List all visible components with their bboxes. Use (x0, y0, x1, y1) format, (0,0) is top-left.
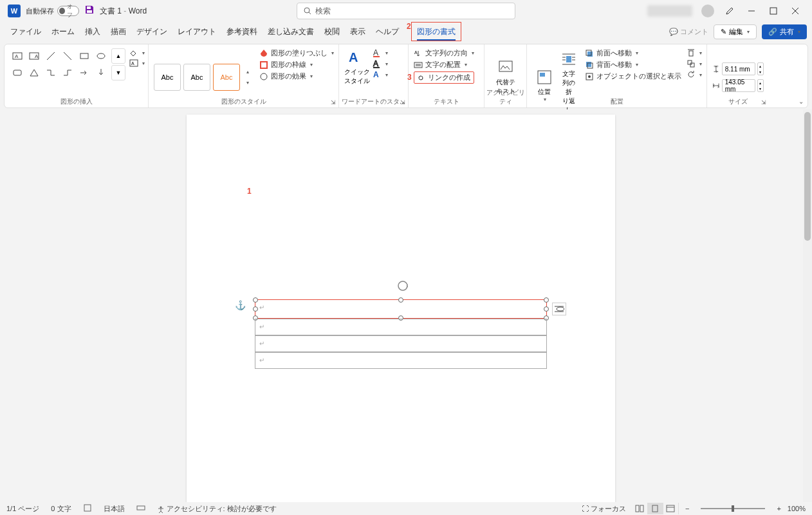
textbox-2[interactable]: ↵ (255, 319, 547, 335)
user-avatar-icon[interactable] (701, 5, 714, 17)
edit-shape-button[interactable]: ▾ (129, 48, 145, 57)
svg-rect-31 (499, 61, 512, 71)
autosave-toggle[interactable]: 自動保存 オフ (26, 6, 79, 16)
height-input[interactable]: 8.11 mm (722, 62, 755, 75)
shape-textbox-vert-icon[interactable]: A (26, 48, 42, 64)
language[interactable]: 日本語 (104, 504, 125, 514)
wordart-launcher-icon[interactable]: ⇲ (400, 99, 405, 106)
scroll-thumb[interactable] (804, 112, 811, 241)
zoom-slider[interactable] (701, 508, 765, 509)
zoom-level[interactable]: 100% (788, 505, 806, 512)
zoom-in-button[interactable]: + (777, 505, 780, 512)
search-box[interactable]: 検索 (297, 3, 515, 19)
comment-button[interactable]: 💬 コメント (669, 27, 708, 37)
word-count[interactable]: 0 文字 (51, 504, 71, 514)
tab-shape-format[interactable]: 図形の書式 (411, 22, 461, 41)
tab-view[interactable]: 表示 (345, 22, 371, 41)
svg-line-12 (47, 52, 55, 60)
close-button[interactable] (789, 5, 802, 17)
draw-textbox-button[interactable]: A▾ (129, 59, 145, 68)
svg-point-15 (97, 53, 105, 59)
selection-pane-button[interactable]: オブジェクトの選択と表示 (585, 71, 681, 81)
shape-triangle-icon[interactable] (26, 65, 42, 80)
read-mode-icon[interactable] (632, 503, 648, 514)
tab-review[interactable]: 校閲 (319, 22, 345, 41)
shapes-more-down-icon[interactable]: ▼ (111, 65, 125, 80)
style-item-2[interactable]: Abc (183, 64, 210, 91)
shape-outline-button[interactable]: 図形の枠線▾ (259, 60, 334, 70)
zoom-out-button[interactable]: − (685, 505, 689, 512)
shape-elbow2-icon[interactable] (60, 65, 75, 80)
share-button[interactable]: 🔗 共有 ▾ (762, 24, 807, 39)
svg-text:A: A (35, 53, 39, 59)
shape-oval-icon[interactable] (93, 48, 109, 64)
selected-textbox[interactable]: ↵ (255, 299, 547, 319)
ribbon-collapse-icon[interactable]: ⌄ (798, 98, 804, 105)
pen-icon[interactable] (723, 5, 736, 17)
display-settings-icon[interactable] (136, 503, 145, 514)
maximize-button[interactable] (767, 5, 780, 17)
height-spinner[interactable]: ▴▾ (757, 62, 764, 75)
tab-help[interactable]: ヘルプ (371, 22, 404, 41)
style-gallery-more[interactable]: ▴▾ (243, 64, 253, 91)
shape-textbox-icon[interactable]: A (10, 48, 25, 64)
svg-rect-33 (540, 73, 545, 77)
size-launcher-icon[interactable]: ⇲ (761, 99, 766, 106)
shape-styles-launcher-icon[interactable]: ⇲ (331, 99, 336, 106)
shape-line2-icon[interactable] (60, 48, 75, 64)
tab-insert[interactable]: 挿入 (80, 22, 106, 41)
spellcheck-icon[interactable] (83, 503, 92, 514)
width-input[interactable]: 143.05 mm (722, 79, 755, 92)
tab-draw[interactable]: 描画 (106, 22, 131, 41)
tab-mailings[interactable]: 差し込み文書 (263, 22, 319, 41)
textbox-3[interactable]: ↵ (255, 335, 547, 352)
rotate-button[interactable]: ▾ (687, 70, 702, 79)
text-outline-button[interactable]: A▾ (373, 59, 388, 68)
page-count[interactable]: 1/1 ページ (6, 504, 39, 514)
tab-layout[interactable]: レイアウト (172, 22, 221, 41)
focus-mode-button[interactable]: ⛶ フォーカス (582, 504, 626, 514)
text-fill-button[interactable]: A▾ (373, 48, 388, 57)
tab-design[interactable]: デザイン (131, 22, 172, 41)
toggle-switch[interactable]: オフ (57, 6, 79, 16)
group-button[interactable]: ▾ (687, 59, 702, 68)
print-layout-icon[interactable] (648, 503, 663, 514)
send-back-button[interactable]: 背面へ移動▾ (585, 60, 681, 70)
create-link-button[interactable]: リンクの作成 (414, 71, 474, 84)
shape-effects-button[interactable]: 図形の効果▾ (259, 71, 334, 81)
quick-styles-button[interactable]: A (344, 48, 366, 66)
tab-file[interactable]: ファイル (5, 22, 46, 41)
align-button[interactable]: ▾ (687, 48, 702, 57)
document-canvas[interactable]: 1 ⚓ ↵ ↵ ↵ ↵ (0, 109, 803, 502)
vertical-scrollbar[interactable] (803, 109, 812, 502)
text-direction-button[interactable]: A文字列の方向▾ (414, 48, 474, 58)
shape-fill-button[interactable]: 図形の塗りつぶし▾ (259, 48, 334, 58)
shape-rect-icon[interactable] (77, 48, 92, 64)
rotate-handle-icon[interactable] (396, 279, 409, 294)
shape-elbow-icon[interactable] (43, 65, 59, 80)
style-item-3[interactable]: Abc (213, 64, 240, 91)
style-item-1[interactable]: Abc (154, 64, 181, 91)
tab-reference[interactable]: 参考資料 (221, 22, 263, 41)
save-icon[interactable] (84, 5, 95, 17)
text-align-button[interactable]: 文字の配置▾ (414, 60, 474, 70)
bring-front-button[interactable]: 前面へ移動▾ (585, 48, 681, 58)
width-spinner[interactable]: ▴▾ (757, 79, 764, 92)
shape-arrow-icon[interactable] (77, 65, 92, 80)
shapes-more-up-icon[interactable]: ▲ (111, 48, 125, 64)
accessibility-status[interactable]: アクセシビリティ: 検討が必要です (157, 504, 277, 514)
layout-options-icon[interactable] (552, 303, 566, 315)
shape-arrow-down-icon[interactable] (93, 65, 109, 80)
web-layout-icon[interactable] (663, 503, 679, 514)
svg-rect-49 (688, 61, 692, 64)
shape-roundrect-icon[interactable] (10, 65, 25, 80)
text-effects-button[interactable]: A▾ (373, 70, 388, 79)
tab-home[interactable]: ホーム (46, 22, 80, 41)
minimize-button[interactable] (745, 5, 758, 17)
shape-line-icon[interactable] (43, 48, 59, 64)
svg-rect-41 (587, 52, 593, 57)
edit-button[interactable]: ✎ 編集 ▾ (714, 24, 757, 39)
svg-text:A: A (131, 61, 134, 66)
anchor-icon: ⚓ (235, 300, 246, 310)
textbox-4[interactable]: ↵ (255, 352, 547, 369)
